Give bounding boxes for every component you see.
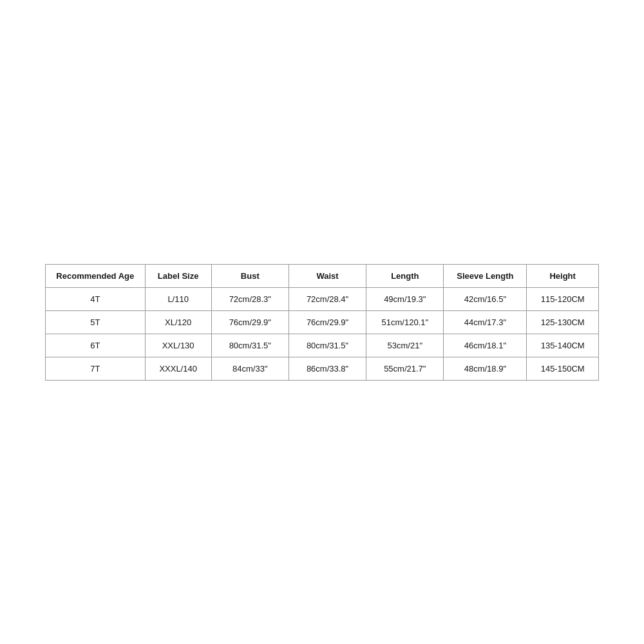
cell-length: 51cm/120.1": [366, 310, 444, 334]
cell-length: 49cm/19.3": [366, 287, 444, 310]
cell-waist: 76cm/29.9": [289, 310, 366, 334]
cell-label-size: XL/120: [145, 310, 211, 334]
cell-bust: 84cm/33": [211, 357, 289, 380]
table-row: 4TL/11072cm/28.3"72cm/28.4"49cm/19.3"42c…: [46, 287, 599, 310]
size-chart-container: Recommended Age Label Size Bust Waist Le…: [45, 264, 599, 381]
header-waist: Waist: [289, 264, 366, 287]
cell-height: 125-130CM: [527, 310, 599, 334]
cell-age: 5T: [46, 310, 146, 334]
cell-bust: 80cm/31.5": [211, 334, 289, 357]
header-sleeve-length: Sleeve Length: [444, 264, 527, 287]
header-length: Length: [366, 264, 444, 287]
table-header-row: Recommended Age Label Size Bust Waist Le…: [46, 264, 599, 287]
table-row: 5TXL/12076cm/29.9"76cm/29.9"51cm/120.1"4…: [46, 310, 599, 334]
cell-bust: 72cm/28.3": [211, 287, 289, 310]
cell-label-size: L/110: [145, 287, 211, 310]
cell-waist: 80cm/31.5": [289, 334, 366, 357]
table-row: 7TXXXL/14084cm/33"86cm/33.8"55cm/21.7"48…: [46, 357, 599, 380]
header-recommended-age: Recommended Age: [46, 264, 146, 287]
cell-label-size: XXL/130: [145, 334, 211, 357]
cell-waist: 86cm/33.8": [289, 357, 366, 380]
size-chart-table: Recommended Age Label Size Bust Waist Le…: [45, 264, 599, 381]
cell-sleeve-length: 46cm/18.1": [444, 334, 527, 357]
cell-height: 145-150CM: [527, 357, 599, 380]
cell-age: 4T: [46, 287, 146, 310]
cell-age: 7T: [46, 357, 146, 380]
cell-height: 115-120CM: [527, 287, 599, 310]
cell-length: 53cm/21": [366, 334, 444, 357]
cell-sleeve-length: 48cm/18.9": [444, 357, 527, 380]
cell-bust: 76cm/29.9": [211, 310, 289, 334]
cell-length: 55cm/21.7": [366, 357, 444, 380]
cell-age: 6T: [46, 334, 146, 357]
header-label-size: Label Size: [145, 264, 211, 287]
cell-label-size: XXXL/140: [145, 357, 211, 380]
cell-waist: 72cm/28.4": [289, 287, 366, 310]
header-bust: Bust: [211, 264, 289, 287]
cell-sleeve-length: 42cm/16.5": [444, 287, 527, 310]
table-row: 6TXXL/13080cm/31.5"80cm/31.5"53cm/21"46c…: [46, 334, 599, 357]
cell-sleeve-length: 44cm/17.3": [444, 310, 527, 334]
cell-height: 135-140CM: [527, 334, 599, 357]
header-height: Height: [527, 264, 599, 287]
